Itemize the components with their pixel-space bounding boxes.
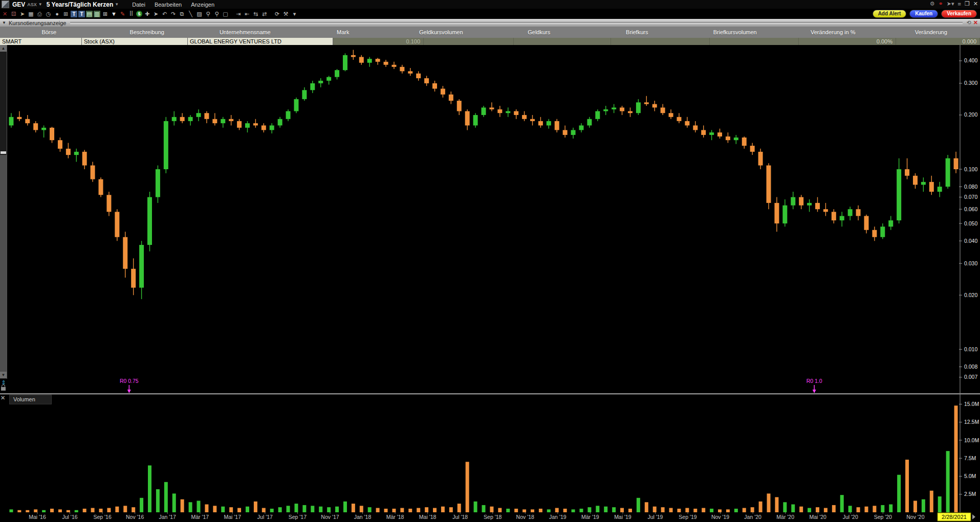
volume-bar[interactable] xyxy=(864,507,868,512)
candle-body[interactable] xyxy=(400,67,404,72)
candle-body[interactable] xyxy=(262,125,266,130)
volume-bar[interactable] xyxy=(392,509,396,512)
volume-bar[interactable] xyxy=(189,502,192,512)
corp-action-annotation[interactable]: R0 0.75 xyxy=(120,378,139,384)
volume-bar[interactable] xyxy=(99,509,103,512)
candle-body[interactable] xyxy=(864,216,868,230)
volume-bar[interactable] xyxy=(376,508,380,512)
volume-bar[interactable] xyxy=(83,509,86,512)
candle-body[interactable] xyxy=(848,209,853,216)
volume-bar[interactable] xyxy=(417,508,420,512)
candle-body[interactable] xyxy=(188,117,193,121)
candle-body[interactable] xyxy=(318,81,323,83)
candle-body[interactable] xyxy=(302,90,307,99)
volume-bar[interactable] xyxy=(791,504,795,512)
volume-bar[interactable] xyxy=(579,509,583,512)
volume-bar[interactable] xyxy=(294,504,298,512)
volume-bar[interactable] xyxy=(229,507,233,512)
candle-body[interactable] xyxy=(734,138,738,140)
candle-body[interactable] xyxy=(172,117,177,121)
volume-bar[interactable] xyxy=(669,508,673,512)
candle-body[interactable] xyxy=(872,230,877,237)
corp-action-annotation[interactable]: R0 1.0 xyxy=(807,378,822,384)
volume-bar[interactable] xyxy=(91,508,95,512)
candle-body[interactable] xyxy=(547,121,551,126)
candle-body[interactable] xyxy=(538,121,543,126)
volume-pane-close-icon[interactable]: ✕ xyxy=(1,395,5,401)
candle-body[interactable] xyxy=(555,121,559,130)
candle-body[interactable] xyxy=(946,158,950,187)
candle-body[interactable] xyxy=(661,107,665,113)
volume-bar[interactable] xyxy=(612,507,616,512)
volume-bar[interactable] xyxy=(9,509,13,512)
volume-bar[interactable] xyxy=(685,508,689,512)
candle-body[interactable] xyxy=(9,117,13,126)
candle-body[interactable] xyxy=(636,102,641,113)
volume-bar[interactable] xyxy=(522,509,526,512)
candle-body[interactable] xyxy=(270,125,274,130)
volume-bar[interactable] xyxy=(270,509,274,512)
candle-body[interactable] xyxy=(106,195,111,212)
volume-bar[interactable] xyxy=(710,509,713,512)
candle-body[interactable] xyxy=(652,104,657,108)
volume-bar[interactable] xyxy=(107,508,111,512)
volume-bar[interactable] xyxy=(661,507,665,512)
volume-bar[interactable] xyxy=(360,506,363,512)
volume-bar[interactable] xyxy=(115,507,119,512)
candle-body[interactable] xyxy=(416,74,421,78)
candle-body[interactable] xyxy=(938,187,942,192)
candle-body[interactable] xyxy=(880,226,885,237)
volume-bar[interactable] xyxy=(563,509,567,512)
candle-body[interactable] xyxy=(587,119,592,126)
volume-bar[interactable] xyxy=(922,500,925,512)
candle-body[interactable] xyxy=(717,132,722,137)
volume-bar[interactable] xyxy=(539,509,542,512)
candle-body[interactable] xyxy=(473,115,478,125)
candle-body[interactable] xyxy=(791,197,795,206)
volume-bar[interactable] xyxy=(873,506,876,512)
volume-bar[interactable] xyxy=(148,465,151,512)
volume-bar[interactable] xyxy=(889,504,892,512)
volume-bar[interactable] xyxy=(693,509,697,512)
candle-body[interactable] xyxy=(335,70,339,77)
volume-bar[interactable] xyxy=(123,506,127,512)
volume-bar[interactable] xyxy=(857,507,860,512)
candle-body[interactable] xyxy=(74,152,79,155)
volume-bar[interactable] xyxy=(327,507,331,512)
candle-body[interactable] xyxy=(644,102,649,104)
volume-bar[interactable] xyxy=(930,491,933,512)
volume-bar[interactable] xyxy=(498,508,502,512)
candle-body[interactable] xyxy=(449,95,453,101)
volume-bar[interactable] xyxy=(278,507,282,512)
volume-bar[interactable] xyxy=(156,489,160,512)
candle-body[interactable] xyxy=(384,62,388,65)
volume-bar[interactable] xyxy=(58,509,62,512)
volume-bar[interactable] xyxy=(547,509,551,512)
candle-body[interactable] xyxy=(563,130,568,135)
scroll-down-icon[interactable]: ▼ xyxy=(0,372,7,378)
candle-body[interactable] xyxy=(310,83,315,90)
candle-body[interactable] xyxy=(767,166,771,203)
candle-body[interactable] xyxy=(196,113,201,117)
volume-bar[interactable] xyxy=(775,497,778,512)
volume-bar[interactable] xyxy=(254,502,257,512)
volume-bar[interactable] xyxy=(352,504,355,512)
candle-body[interactable] xyxy=(514,111,518,115)
candle-body[interactable] xyxy=(823,209,828,212)
candle-body[interactable] xyxy=(82,152,87,166)
volume-bar[interactable] xyxy=(628,509,632,512)
candle-body[interactable] xyxy=(326,77,331,81)
candle-body[interactable] xyxy=(465,111,470,125)
volume-bar[interactable] xyxy=(458,504,461,512)
volume-bar[interactable] xyxy=(759,502,763,512)
volume-bar[interactable] xyxy=(17,510,21,512)
candle-body[interactable] xyxy=(742,138,747,146)
volume-bar[interactable] xyxy=(172,493,176,512)
vertical-scrollbar[interactable]: ▲ ▼ xyxy=(0,45,7,379)
candle-body[interactable] xyxy=(41,128,46,130)
candle-body[interactable] xyxy=(897,169,901,220)
volume-bar[interactable] xyxy=(335,507,339,512)
volume-bar[interactable] xyxy=(75,510,78,512)
candle-body[interactable] xyxy=(367,59,372,63)
volume-bar[interactable] xyxy=(751,507,754,512)
